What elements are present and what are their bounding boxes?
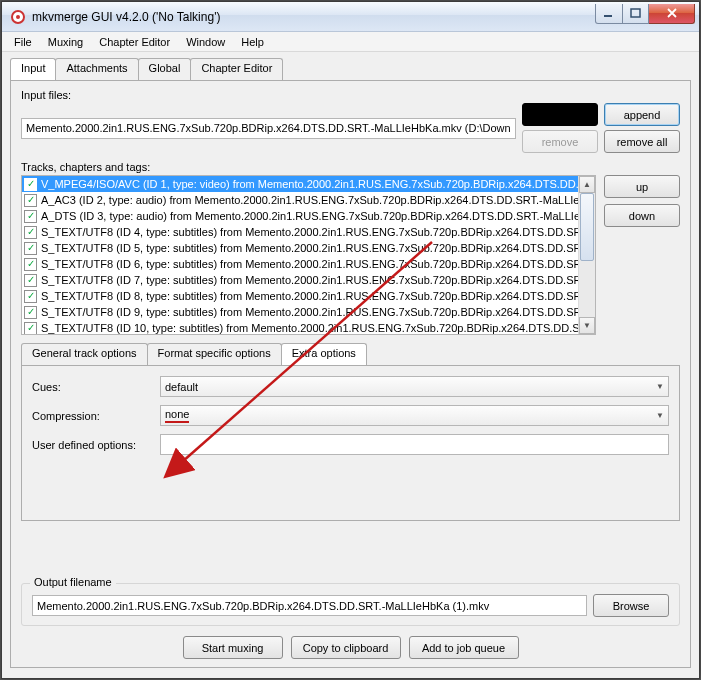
menu-chapter-editor[interactable]: Chapter Editor (91, 34, 178, 50)
menu-muxing[interactable]: Muxing (40, 34, 91, 50)
svg-rect-3 (631, 9, 640, 17)
track-label: S_TEXT/UTF8 (ID 4, type: subtitles) from… (41, 226, 578, 238)
track-row[interactable]: S_TEXT/UTF8 (ID 9, type: subtitles) from… (22, 304, 578, 320)
track-label: S_TEXT/UTF8 (ID 10, type: subtitles) fro… (41, 322, 578, 334)
user-options-field[interactable] (160, 434, 669, 455)
track-checkbox[interactable] (24, 178, 37, 191)
track-checkbox[interactable] (24, 242, 37, 255)
action-buttons: Start muxing Copy to clipboard Add to jo… (21, 636, 680, 659)
minimize-button[interactable] (595, 4, 623, 24)
track-label: S_TEXT/UTF8 (ID 8, type: subtitles) from… (41, 290, 578, 302)
track-checkbox[interactable] (24, 274, 37, 287)
track-checkbox[interactable] (24, 210, 37, 223)
extra-options-panel: Cues: default ▼ Compression: none ▼ User… (21, 365, 680, 521)
output-legend: Output filename (30, 576, 116, 588)
input-files-label: Input files: (21, 89, 680, 101)
down-button[interactable]: down (604, 204, 680, 227)
app-icon (10, 9, 26, 25)
track-label: A_AC3 (ID 2, type: audio) from Memento.2… (41, 194, 578, 206)
app-window: mkvmerge GUI v4.2.0 ('No Talking') File … (1, 1, 700, 679)
tab-general-track[interactable]: General track options (21, 343, 148, 365)
maximize-button[interactable] (623, 4, 649, 24)
input-file-field[interactable] (21, 118, 516, 139)
up-button[interactable]: up (604, 175, 680, 198)
output-filename-field[interactable] (32, 595, 587, 616)
output-group: Output filename Browse (21, 583, 680, 626)
append-button[interactable]: append (604, 103, 680, 126)
copy-clipboard-button[interactable]: Copy to clipboard (291, 636, 401, 659)
track-label: S_TEXT/UTF8 (ID 7, type: subtitles) from… (41, 274, 578, 286)
chevron-down-icon: ▼ (656, 382, 664, 391)
cues-select[interactable]: default ▼ (160, 376, 669, 397)
track-label: S_TEXT/UTF8 (ID 6, type: subtitles) from… (41, 258, 578, 270)
track-label: S_TEXT/UTF8 (ID 5, type: subtitles) from… (41, 242, 578, 254)
track-checkbox[interactable] (24, 322, 37, 335)
track-checkbox[interactable] (24, 290, 37, 303)
track-row[interactable]: S_TEXT/UTF8 (ID 4, type: subtitles) from… (22, 224, 578, 240)
track-row[interactable]: S_TEXT/UTF8 (ID 8, type: subtitles) from… (22, 288, 578, 304)
client-area: Input Attachments Global Chapter Editor … (2, 52, 699, 678)
input-panel: Input files: add append remove remove al… (10, 80, 691, 668)
track-checkbox[interactable] (24, 306, 37, 319)
tab-format-specific[interactable]: Format specific options (147, 343, 282, 365)
compression-label: Compression: (32, 410, 160, 422)
svg-rect-2 (604, 15, 612, 17)
svg-point-1 (16, 15, 20, 19)
compression-value: none (165, 408, 189, 423)
input-files-row: add append remove remove all (21, 103, 680, 153)
track-row[interactable]: V_MPEG4/ISO/AVC (ID 1, type: video) from… (22, 176, 578, 192)
tracks-scrollbar[interactable]: ▲ ▼ (578, 176, 595, 334)
tab-attachments[interactable]: Attachments (55, 58, 138, 80)
menu-bar: File Muxing Chapter Editor Window Help (2, 32, 699, 52)
scroll-up-icon[interactable]: ▲ (579, 176, 595, 193)
chevron-down-icon: ▼ (656, 411, 664, 420)
tab-input[interactable]: Input (10, 58, 56, 80)
scroll-thumb[interactable] (580, 193, 594, 261)
track-label: V_MPEG4/ISO/AVC (ID 1, type: video) from… (41, 178, 578, 190)
start-muxing-button[interactable]: Start muxing (183, 636, 283, 659)
scroll-down-icon[interactable]: ▼ (579, 317, 595, 334)
track-row[interactable]: S_TEXT/UTF8 (ID 10, type: subtitles) fro… (22, 320, 578, 334)
track-checkbox[interactable] (24, 194, 37, 207)
menu-help[interactable]: Help (233, 34, 272, 50)
add-button[interactable]: add (522, 103, 598, 126)
track-label: S_TEXT/UTF8 (ID 9, type: subtitles) from… (41, 306, 578, 318)
titlebar[interactable]: mkvmerge GUI v4.2.0 ('No Talking') (2, 2, 699, 32)
track-row[interactable]: S_TEXT/UTF8 (ID 5, type: subtitles) from… (22, 240, 578, 256)
menu-file[interactable]: File (6, 34, 40, 50)
tracks-label: Tracks, chapters and tags: (21, 161, 680, 173)
tab-extra-options[interactable]: Extra options (281, 343, 367, 365)
tracks-listbox[interactable]: V_MPEG4/ISO/AVC (ID 1, type: video) from… (21, 175, 596, 335)
track-row[interactable]: S_TEXT/UTF8 (ID 6, type: subtitles) from… (22, 256, 578, 272)
track-checkbox[interactable] (24, 226, 37, 239)
track-checkbox[interactable] (24, 258, 37, 271)
tab-global[interactable]: Global (138, 58, 192, 80)
user-options-label: User defined options: (32, 439, 160, 451)
window-controls (595, 4, 695, 24)
track-row[interactable]: S_TEXT/UTF8 (ID 7, type: subtitles) from… (22, 272, 578, 288)
cues-value: default (165, 381, 198, 393)
compression-select[interactable]: none ▼ (160, 405, 669, 426)
remove-button[interactable]: remove (522, 130, 598, 153)
tab-chapter-editor[interactable]: Chapter Editor (190, 58, 283, 80)
browse-button[interactable]: Browse (593, 594, 669, 617)
add-job-queue-button[interactable]: Add to job queue (409, 636, 519, 659)
main-tabs: Input Attachments Global Chapter Editor (10, 58, 691, 80)
track-row[interactable]: A_AC3 (ID 2, type: audio) from Memento.2… (22, 192, 578, 208)
remove-all-button[interactable]: remove all (604, 130, 680, 153)
window-title: mkvmerge GUI v4.2.0 ('No Talking') (32, 10, 595, 24)
track-sub-tabs: General track options Format specific op… (21, 343, 680, 365)
track-row[interactable]: A_DTS (ID 3, type: audio) from Memento.2… (22, 208, 578, 224)
cues-label: Cues: (32, 381, 160, 393)
menu-window[interactable]: Window (178, 34, 233, 50)
close-button[interactable] (649, 4, 695, 24)
track-label: A_DTS (ID 3, type: audio) from Memento.2… (41, 210, 578, 222)
